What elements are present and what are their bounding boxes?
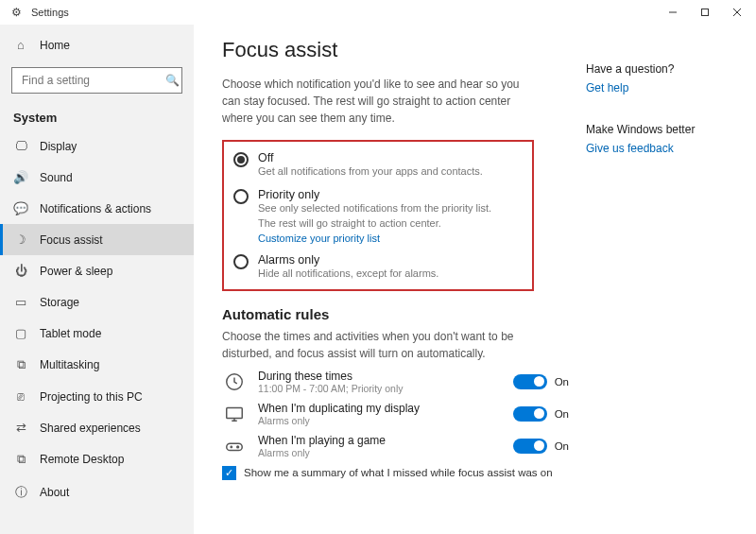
toggle-switch[interactable] [513, 439, 547, 454]
sidebar-item-storage[interactable]: ▭Storage [0, 286, 194, 318]
nav-list: 🖵Display 🔊Sound 💬Notifications & actions… [0, 130, 194, 519]
checkbox-checked-icon[interactable]: ✓ [222, 466, 236, 480]
search-field[interactable] [20, 73, 165, 88]
page-description: Choose which notification you'd like to … [222, 76, 524, 127]
radio-off[interactable]: Off Get all notifications from your apps… [233, 151, 523, 179]
home-nav[interactable]: ⌂ Home [0, 30, 194, 60]
sidebar-item-sound[interactable]: 🔊Sound [0, 162, 194, 193]
summary-label: Show me a summary of what I missed while… [244, 467, 553, 478]
sidebar-item-remote[interactable]: ⧉Remote Desktop [0, 443, 194, 475]
get-help-link[interactable]: Get help [586, 81, 737, 95]
close-button[interactable] [722, 2, 752, 23]
radio-bullet-icon [233, 189, 249, 204]
feedback-link[interactable]: Give us feedback [586, 142, 737, 155]
radio-bullet-icon [233, 254, 249, 269]
search-input[interactable]: 🔍 [11, 67, 182, 94]
toggle-switch[interactable] [513, 374, 547, 389]
svg-rect-5 [227, 407, 243, 418]
shared-icon: ⇄ [13, 421, 28, 435]
radio-alarms[interactable]: Alarms only Hide all notifications, exce… [233, 253, 523, 281]
focus-assist-icon: ☽ [13, 233, 28, 247]
sidebar: ⌂ Home 🔍 System 🖵Display 🔊Sound 💬Notific… [0, 25, 194, 534]
radio-priority-title: Priority only [258, 188, 504, 201]
rule-gaming[interactable]: When I'm playing a gameAlarms only On [222, 434, 586, 458]
sidebar-item-display[interactable]: 🖵Display [0, 130, 194, 162]
display-icon: 🖵 [13, 139, 28, 153]
sidebar-item-about[interactable]: ⓘAbout [0, 475, 194, 509]
automatic-rules-heading: Automatic rules [222, 306, 586, 322]
radio-alarms-title: Alarms only [258, 253, 438, 267]
clock-icon [222, 371, 247, 392]
monitor-icon [222, 404, 247, 424]
sidebar-item-focus-assist[interactable]: ☽Focus assist [0, 224, 194, 255]
sidebar-item-shared[interactable]: ⇄Shared experiences [0, 412, 194, 443]
projecting-icon: ⎚ [13, 389, 28, 404]
sidebar-item-projecting[interactable]: ⎚Projecting to this PC [0, 381, 194, 412]
question-heading: Have a question? [586, 62, 737, 76]
radio-off-desc: Get all notifications from your apps and… [258, 164, 483, 179]
sound-icon: 🔊 [13, 170, 28, 184]
notifications-icon: 💬 [13, 201, 28, 215]
power-icon: ⏻ [13, 264, 28, 278]
remote-icon: ⧉ [13, 452, 28, 467]
radio-priority[interactable]: Priority only See only selected notifica… [233, 188, 523, 244]
title-bar: ⚙ Settings [0, 0, 756, 25]
category-heading: System [0, 101, 194, 130]
content-pane: Focus assist Choose which notification y… [222, 32, 586, 534]
multitasking-icon: ⧉ [13, 357, 28, 372]
radio-alarms-desc: Hide all notifications, except for alarm… [258, 267, 438, 281]
search-icon: 🔍 [165, 74, 180, 87]
svg-point-7 [237, 446, 239, 448]
svg-rect-6 [227, 443, 243, 450]
game-controller-icon [222, 436, 247, 456]
maximize-button[interactable] [690, 2, 720, 23]
help-pane: Have a question? Get help Make Windows b… [586, 32, 737, 534]
customize-priority-link[interactable]: Customize your priority list [258, 233, 504, 244]
toggle-switch[interactable] [513, 406, 547, 422]
tablet-icon: ▢ [13, 326, 28, 340]
sidebar-item-power[interactable]: ⏻Power & sleep [0, 255, 194, 286]
radio-bullet-icon [233, 152, 249, 167]
home-label: Home [40, 39, 70, 52]
home-icon: ⌂ [13, 38, 28, 52]
window-title: Settings [31, 7, 69, 18]
minimize-button[interactable] [658, 2, 688, 23]
sidebar-item-multitasking[interactable]: ⧉Multitasking [0, 349, 194, 381]
radio-priority-desc: See only selected notifications from the… [258, 201, 504, 231]
page-title: Focus assist [222, 38, 586, 62]
about-icon: ⓘ [13, 484, 28, 501]
feedback-heading: Make Windows better [586, 123, 737, 136]
rule-duplicating[interactable]: When I'm duplicating my displayAlarms on… [222, 402, 586, 426]
radio-off-title: Off [258, 151, 483, 164]
automatic-rules-desc: Choose the times and activities when you… [222, 328, 524, 362]
summary-checkbox-row[interactable]: ✓ Show me a summary of what I missed whi… [222, 466, 586, 480]
rule-times[interactable]: During these times11:00 PM - 7:00 AM; Pr… [222, 370, 586, 394]
sidebar-item-tablet[interactable]: ▢Tablet mode [0, 318, 194, 349]
sidebar-item-notifications[interactable]: 💬Notifications & actions [0, 193, 194, 224]
settings-icon: ⚙ [11, 6, 22, 19]
svg-rect-1 [702, 9, 709, 16]
storage-icon: ▭ [13, 295, 28, 309]
focus-mode-options: Off Get all notifications from your apps… [222, 140, 534, 291]
